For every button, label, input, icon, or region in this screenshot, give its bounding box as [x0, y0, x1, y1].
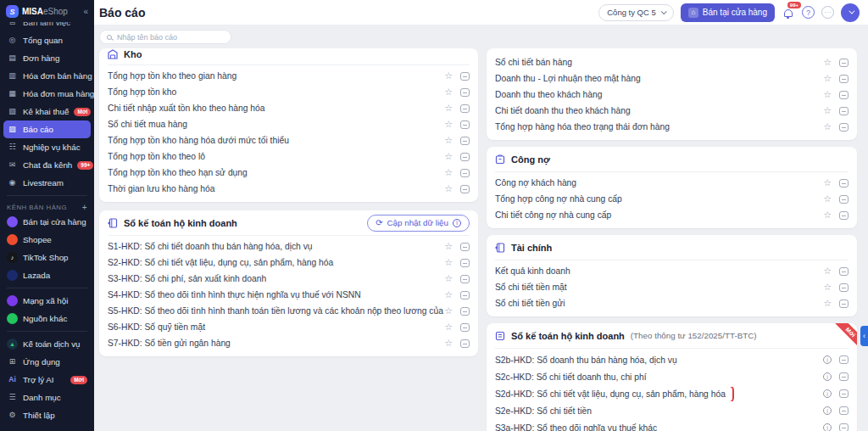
report-row[interactable]: Tổng hợp tồn kho ☆: [108, 84, 470, 100]
favorite-star-icon[interactable]: ☆: [444, 136, 453, 145]
favorite-star-icon[interactable]: ☆: [823, 283, 832, 292]
panel-icon[interactable]: [460, 137, 470, 145]
info-icon[interactable]: [823, 389, 832, 398]
sidebar-item[interactable]: Ứng dụng: [3, 353, 91, 371]
favorite-star-icon[interactable]: ☆: [444, 306, 453, 316]
report-search[interactable]: [99, 30, 231, 44]
add-channel-button[interactable]: +: [82, 203, 87, 212]
panel-icon[interactable]: [460, 88, 470, 97]
report-row[interactable]: Sổ chi tiết mua hàng ☆: [108, 116, 470, 132]
panel-icon[interactable]: [460, 185, 470, 193]
report-row[interactable]: S2c-HKD: Sổ chi tiết doanh thu, chi phí: [495, 368, 849, 385]
info-icon[interactable]: [823, 406, 832, 415]
favorite-star-icon[interactable]: ☆: [823, 178, 832, 188]
report-row[interactable]: S3-HKD: Sổ chi phí, sản xuất kinh doanh …: [108, 271, 470, 287]
panel-icon[interactable]: [460, 120, 470, 129]
report-row[interactable]: S3a-HKD: Sổ theo dõi nghĩa vụ thuế khác: [495, 419, 849, 431]
sidebar-channel-item[interactable]: Shopee: [3, 231, 91, 249]
info-icon[interactable]: [823, 355, 832, 364]
panel-icon[interactable]: [839, 355, 849, 364]
info-icon[interactable]: [823, 372, 832, 381]
panel-icon[interactable]: [460, 307, 470, 316]
user-avatar[interactable]: [841, 3, 860, 22]
panel-icon[interactable]: [839, 91, 849, 99]
report-row[interactable]: S4-HKD: Sổ theo dõi tình hình thực hiện …: [108, 287, 470, 303]
panel-icon[interactable]: [839, 179, 849, 188]
report-row[interactable]: S2-HKD: Sổ chi tiết vật liệu, dụng cụ, s…: [108, 255, 470, 271]
favorite-star-icon[interactable]: ☆: [823, 106, 832, 115]
help-button[interactable]: ?: [802, 6, 815, 19]
favorite-star-icon[interactable]: ☆: [444, 339, 453, 348]
favorite-star-icon[interactable]: ☆: [444, 71, 453, 81]
report-row[interactable]: Doanh thu - Lợi nhuận theo mặt hàng ☆: [495, 70, 849, 87]
favorite-star-icon[interactable]: ☆: [823, 90, 832, 99]
sell-at-store-button[interactable]: ⌂ Bán tại cửa hàng: [681, 3, 775, 22]
sidebar-channel-item[interactable]: Bán tại cửa hàng: [3, 213, 91, 231]
panel-icon[interactable]: [839, 59, 849, 67]
sidebar-item[interactable]: Thiết lập: [3, 406, 91, 424]
panel-icon[interactable]: [460, 323, 470, 332]
report-row[interactable]: Chi tiết nhập xuất tồn kho theo hàng hóa…: [108, 100, 470, 116]
favorite-star-icon[interactable]: ☆: [444, 274, 453, 283]
sidebar-item[interactable]: Kế toán dịch vụ: [3, 335, 91, 353]
panel-icon[interactable]: [460, 243, 470, 251]
favorite-star-icon[interactable]: ☆: [444, 322, 453, 332]
panel-icon[interactable]: [839, 283, 849, 292]
report-row[interactable]: Tổng hợp tồn kho theo hạn sử dụng ☆: [108, 165, 470, 181]
report-row[interactable]: S6-HKD: Sổ quỹ tiền mặt ☆: [108, 319, 470, 335]
panel-icon[interactable]: [839, 406, 849, 415]
panel-icon[interactable]: [460, 275, 470, 283]
panel-icon[interactable]: [839, 123, 849, 132]
panel-icon[interactable]: [460, 169, 470, 177]
report-row[interactable]: Doanh thu theo khách hàng ☆: [495, 87, 849, 103]
notifications-button[interactable]: 99+: [782, 6, 795, 20]
favorite-star-icon[interactable]: ☆: [444, 152, 453, 161]
panel-icon[interactable]: [460, 104, 470, 113]
sidebar-channel-item[interactable]: Nguồn khác: [3, 310, 91, 327]
report-row[interactable]: S1-HKD: Sổ chi tiết doanh thu bán hàng h…: [108, 238, 470, 255]
sidebar-item[interactable]: Livestream: [3, 174, 91, 192]
report-row[interactable]: Sổ chi tiết tiền gửi ☆: [495, 295, 849, 311]
report-row[interactable]: Kết quả kinh doanh ☆: [495, 263, 849, 279]
report-row[interactable]: Sổ chi tiết bán hàng ☆: [495, 54, 849, 70]
sidebar-item[interactable]: Nghiệp vụ khác: [3, 138, 91, 156]
report-row[interactable]: Chi tiết công nợ nhà cung cấp ☆: [495, 207, 849, 223]
panel-icon[interactable]: [839, 267, 849, 276]
sidebar-item[interactable]: Hóa đơn mua hàng: [3, 85, 91, 103]
favorite-star-icon[interactable]: ☆: [823, 299, 832, 308]
panel-icon[interactable]: [839, 389, 849, 398]
panel-icon[interactable]: [460, 259, 470, 267]
report-row[interactable]: Tổng hợp tồn kho theo gian hàng ☆: [108, 68, 470, 84]
panel-icon[interactable]: [839, 423, 849, 431]
report-row[interactable]: Thời gian lưu kho hàng hóa ☆: [108, 181, 470, 197]
search-input[interactable]: [117, 33, 224, 42]
report-row[interactable]: Công nợ khách hàng ☆: [495, 175, 849, 191]
report-row[interactable]: S5-HKD: Sổ theo dõi tình hình thanh toán…: [108, 303, 470, 319]
favorite-star-icon[interactable]: ☆: [444, 104, 453, 113]
favorite-star-icon[interactable]: ☆: [823, 210, 832, 220]
report-row[interactable]: Tổng hợp hàng hóa theo trạng thái đơn hà…: [495, 119, 849, 135]
collapse-panel-tab[interactable]: [860, 326, 868, 346]
more-options-button[interactable]: ···: [821, 6, 834, 19]
sidebar-channel-item[interactable]: Mạng xã hội: [3, 292, 91, 310]
panel-icon[interactable]: [460, 153, 470, 161]
sidebar-item[interactable]: Tổng quan: [3, 31, 91, 49]
report-row[interactable]: Tổng hợp tồn kho hàng hóa dưới mức tối t…: [108, 132, 470, 148]
report-row[interactable]: Tổng hợp công nợ nhà cung cấp ☆: [495, 191, 849, 207]
favorite-star-icon[interactable]: ☆: [823, 74, 832, 83]
report-row[interactable]: Chi tiết doanh thu theo khách hàng ☆: [495, 103, 849, 119]
panel-icon[interactable]: [839, 372, 849, 381]
sidebar-item[interactable]: Kê khai thuế Mới: [3, 103, 91, 120]
favorite-star-icon[interactable]: ☆: [444, 184, 453, 193]
favorite-star-icon[interactable]: ☆: [823, 122, 832, 132]
company-selector[interactable]: Công ty QC 5: [598, 4, 674, 21]
sidebar-collapse-button[interactable]: «: [83, 7, 88, 16]
panel-icon[interactable]: [460, 339, 470, 348]
sidebar-item[interactable]: Trợ lý AI Mới: [3, 371, 91, 389]
favorite-star-icon[interactable]: ☆: [444, 242, 453, 251]
favorite-star-icon[interactable]: ☆: [823, 58, 832, 67]
sidebar-item[interactable]: Đơn hàng: [3, 49, 91, 67]
favorite-star-icon[interactable]: ☆: [444, 258, 453, 267]
favorite-star-icon[interactable]: ☆: [444, 290, 453, 299]
info-icon[interactable]: [823, 423, 832, 431]
